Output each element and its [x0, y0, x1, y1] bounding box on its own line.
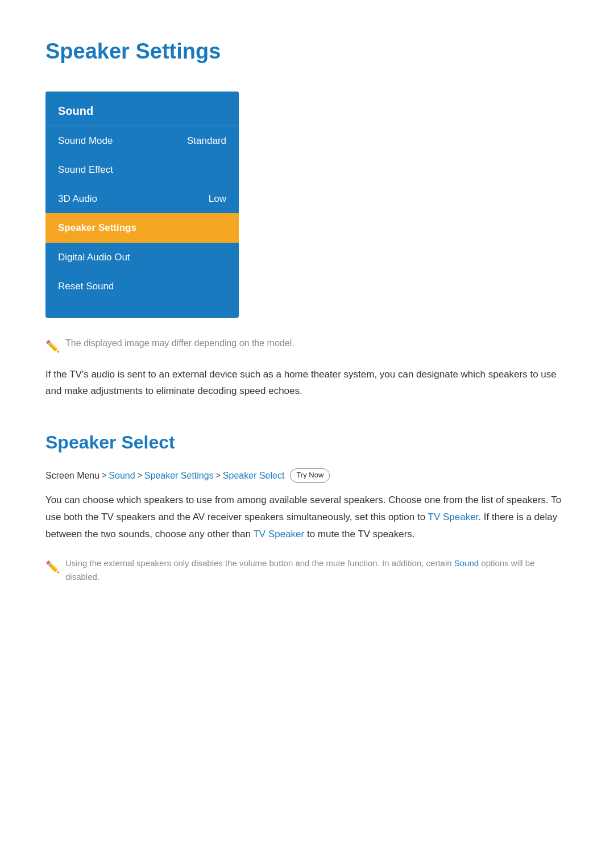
menu-item-reset-sound[interactable]: Reset Sound	[45, 272, 239, 301]
page-description: If the TV's audio is sent to an external…	[45, 367, 569, 400]
pencil-icon: ✏️	[45, 337, 60, 355]
speaker-select-note-text: Using the external speakers only disable…	[65, 556, 569, 584]
breadcrumb-speaker-select-link[interactable]: Speaker Select	[223, 468, 285, 483]
breadcrumb-screen-menu: Screen Menu	[45, 468, 99, 483]
sound-note-link[interactable]: Sound	[454, 558, 479, 568]
menu-note-row: ✏️ The displayed image may differ depend…	[45, 336, 569, 355]
breadcrumb-chevron-1: >	[102, 469, 106, 481]
menu-spacer	[45, 301, 239, 318]
menu-item-label: 3D Audio	[58, 191, 97, 206]
breadcrumb: Screen Menu > Sound > Speaker Settings >…	[45, 468, 569, 483]
menu-item-3d-audio[interactable]: 3D Audio Low	[45, 184, 239, 213]
menu-note-text: The displayed image may differ depending…	[65, 336, 294, 351]
menu-item-label: Sound Mode	[58, 133, 113, 148]
menu-item-label: Sound Effect	[58, 162, 113, 177]
try-now-badge[interactable]: Try Now	[290, 468, 330, 483]
pencil-icon-2: ✏️	[45, 558, 60, 576]
menu-item-label: Digital Audio Out	[58, 250, 130, 265]
speaker-select-note-row: ✏️ Using the external speakers only disa…	[45, 556, 569, 584]
breadcrumb-speaker-settings-link[interactable]: Speaker Settings	[144, 468, 214, 483]
speaker-select-title: Speaker Select	[45, 428, 569, 457]
menu-item-label: Speaker Settings	[58, 220, 136, 235]
menu-item-label: Reset Sound	[58, 279, 114, 294]
tv-speaker-link-1[interactable]: TV Speaker	[428, 512, 479, 522]
speaker-select-body: You can choose which speakers to use fro…	[45, 492, 569, 542]
menu-header: Sound	[45, 92, 239, 126]
menu-item-sound-mode[interactable]: Sound Mode Standard	[45, 126, 239, 155]
breadcrumb-chevron-3: >	[216, 469, 221, 481]
menu-item-speaker-settings[interactable]: Speaker Settings	[45, 213, 239, 242]
breadcrumb-sound-link[interactable]: Sound	[109, 468, 135, 483]
menu-item-sound-effect[interactable]: Sound Effect	[45, 155, 239, 184]
menu-item-value: Standard	[187, 133, 226, 148]
breadcrumb-chevron-2: >	[138, 469, 142, 481]
menu-box: Sound Sound Mode Standard Sound Effect 3…	[45, 92, 239, 318]
menu-item-digital-audio-out[interactable]: Digital Audio Out	[45, 243, 239, 272]
tv-speaker-link-2[interactable]: TV Speaker	[253, 529, 304, 539]
page-title: Speaker Settings	[45, 34, 569, 69]
menu-item-value: Low	[209, 191, 226, 206]
